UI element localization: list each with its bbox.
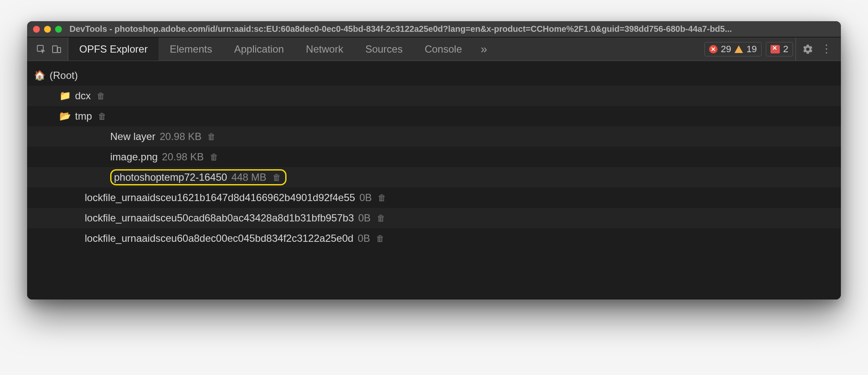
svg-rect-2 — [58, 48, 61, 53]
file-name: photoshoptemp72-16450 — [114, 171, 227, 183]
delete-icon[interactable]: 🗑 — [378, 193, 386, 203]
warning-count: 19 — [746, 44, 757, 55]
tab-application[interactable]: Application — [223, 37, 295, 61]
tab-label: Sources — [365, 43, 403, 55]
tab-strip: OPFS Explorer Elements Application Netwo… — [27, 37, 841, 61]
tab-opfs-explorer[interactable]: OPFS Explorer — [68, 37, 159, 61]
warning-icon — [734, 45, 743, 53]
tab-network[interactable]: Network — [295, 37, 354, 61]
tree-file[interactable]: lockfile_urnaaidsceu60a8dec00ec045bd834f… — [27, 228, 841, 249]
device-toolbar-icon[interactable] — [49, 42, 64, 56]
window-controls — [33, 26, 62, 33]
error-icon: ✕ — [709, 45, 718, 53]
tab-console[interactable]: Console — [414, 37, 473, 61]
file-size: 448 MB — [231, 171, 267, 183]
settings-icon[interactable] — [799, 41, 816, 58]
tab-label: Console — [425, 43, 462, 55]
tree-file[interactable]: image.png 20.98 KB 🗑 — [27, 147, 841, 167]
file-size: 20.98 KB — [162, 151, 204, 163]
delete-icon[interactable]: 🗑 — [376, 234, 384, 243]
delete-icon[interactable]: 🗑 — [210, 152, 218, 162]
delete-icon[interactable]: 🗑 — [377, 213, 385, 223]
delete-icon[interactable]: 🗑 — [98, 112, 106, 121]
tabs-overflow[interactable]: » — [473, 37, 495, 61]
svg-rect-1 — [53, 46, 57, 53]
tree-folder[interactable]: 📁 dcx 🗑 — [27, 86, 841, 106]
file-size: 0B — [359, 192, 372, 204]
issues-pill[interactable]: 2 — [766, 42, 793, 56]
issue-count: 2 — [783, 44, 788, 55]
minimize-window-button[interactable] — [44, 26, 51, 33]
tab-label: Elements — [170, 43, 212, 55]
opfs-tree: 🏠 (Root) 📁 dcx 🗑 📂 tmp 🗑 New layer 20.98… — [27, 61, 841, 299]
file-name: lockfile_urnaaidsceu1621b1647d8d4166962b… — [85, 192, 355, 204]
tab-label: OPFS Explorer — [79, 43, 147, 55]
tab-elements[interactable]: Elements — [159, 37, 223, 61]
window-title: DevTools - photoshop.adobe.com/id/urn:aa… — [70, 24, 835, 34]
tree-file[interactable]: lockfile_urnaaidsceu50cad68ab0ac43428a8d… — [27, 208, 841, 228]
tree-file-highlighted[interactable]: photoshoptemp72-16450 448 MB 🗑 — [27, 167, 841, 188]
issue-icon — [771, 45, 780, 53]
folder-icon: 📁 — [59, 90, 71, 101]
zoom-window-button[interactable] — [55, 26, 62, 33]
status-pills: ✕ 29 19 2 — [704, 37, 796, 61]
error-count: 29 — [721, 44, 731, 55]
tree-root[interactable]: 🏠 (Root) — [27, 65, 841, 86]
root-label: (Root) — [50, 70, 78, 81]
file-size: 0B — [358, 212, 370, 224]
file-name: lockfile_urnaaidsceu60a8dec00ec045bd834f… — [85, 232, 353, 244]
highlight-ring: photoshoptemp72-16450 448 MB 🗑 — [110, 169, 287, 185]
tab-label: Application — [234, 43, 284, 55]
folder-name: dcx — [75, 90, 91, 102]
delete-icon[interactable]: 🗑 — [273, 173, 281, 182]
tree-folder[interactable]: 📂 tmp 🗑 — [27, 106, 841, 126]
errors-warnings-pill[interactable]: ✕ 29 19 — [704, 42, 762, 56]
file-name: lockfile_urnaaidsceu50cad68ab0ac43428a8d… — [85, 212, 354, 224]
folder-name: tmp — [75, 110, 92, 122]
home-icon: 🏠 — [34, 70, 45, 81]
tab-sources[interactable]: Sources — [354, 37, 414, 61]
close-window-button[interactable] — [33, 26, 40, 33]
tab-label: Network — [306, 43, 343, 55]
tree-file[interactable]: New layer 20.98 KB 🗑 — [27, 126, 841, 147]
devtools-window: DevTools - photoshop.adobe.com/id/urn:aa… — [27, 21, 841, 299]
more-menu-icon[interactable]: ⋮ — [818, 41, 835, 58]
inspect-element-icon[interactable] — [34, 42, 48, 56]
folder-open-icon: 📂 — [59, 111, 71, 122]
titlebar: DevTools - photoshop.adobe.com/id/urn:aa… — [27, 21, 841, 37]
delete-icon[interactable]: 🗑 — [207, 132, 216, 142]
file-name: New layer — [110, 131, 156, 143]
file-size: 0B — [358, 232, 370, 244]
file-name: image.png — [110, 151, 158, 163]
file-size: 20.98 KB — [160, 131, 202, 143]
inspect-tools — [30, 37, 68, 61]
tree-file[interactable]: lockfile_urnaaidsceu1621b1647d8d4166962b… — [27, 188, 841, 208]
delete-icon[interactable]: 🗑 — [97, 91, 105, 101]
devtools-actions: ⋮ — [796, 37, 838, 61]
